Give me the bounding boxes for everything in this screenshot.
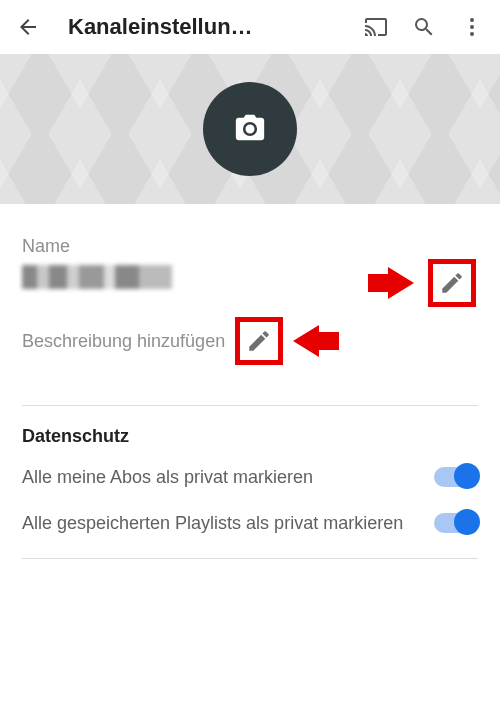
top-app-bar: Kanaleinstellun… <box>0 0 500 54</box>
search-button[interactable] <box>404 7 444 47</box>
channel-name-value <box>22 265 172 289</box>
playlists-private-row: Alle gespeicherten Playlists als privat … <box>22 511 478 535</box>
svg-point-1 <box>470 25 474 29</box>
cast-icon <box>364 15 388 39</box>
content-area: Name Beschreibung hinzufügen Datenschutz… <box>0 204 500 559</box>
edit-description-button[interactable] <box>235 317 283 365</box>
name-label: Name <box>22 236 478 257</box>
pencil-icon <box>246 328 272 354</box>
annotation-arrow-right-icon <box>388 267 414 299</box>
camera-icon <box>233 112 267 146</box>
svg-point-0 <box>470 18 474 22</box>
more-vert-icon <box>460 15 484 39</box>
svg-point-2 <box>470 32 474 36</box>
channel-avatar-button[interactable] <box>203 82 297 176</box>
subs-private-label: Alle meine Abos als privat markieren <box>22 465 414 489</box>
annotation-name-edit <box>388 259 476 307</box>
privacy-section-title: Datenschutz <box>22 426 478 447</box>
playlists-private-label: Alle gespeicherten Playlists als privat … <box>22 511 414 535</box>
annotation-arrow-left-icon <box>293 325 319 357</box>
description-label: Beschreibung hinzufügen <box>22 331 225 352</box>
section-divider <box>22 558 478 559</box>
edit-name-button[interactable] <box>428 259 476 307</box>
name-row <box>22 265 478 289</box>
subs-private-toggle[interactable] <box>434 467 478 487</box>
back-arrow-icon <box>16 15 40 39</box>
playlists-private-toggle[interactable] <box>434 513 478 533</box>
more-button[interactable] <box>452 7 492 47</box>
back-button[interactable] <box>8 7 48 47</box>
pencil-icon <box>439 270 465 296</box>
page-title: Kanaleinstellun… <box>68 14 348 40</box>
section-divider <box>22 405 478 406</box>
cast-button[interactable] <box>356 7 396 47</box>
subs-private-row: Alle meine Abos als privat markieren <box>22 465 478 489</box>
channel-banner[interactable] <box>0 54 500 204</box>
description-row: Beschreibung hinzufügen <box>22 317 478 365</box>
search-icon <box>412 15 436 39</box>
